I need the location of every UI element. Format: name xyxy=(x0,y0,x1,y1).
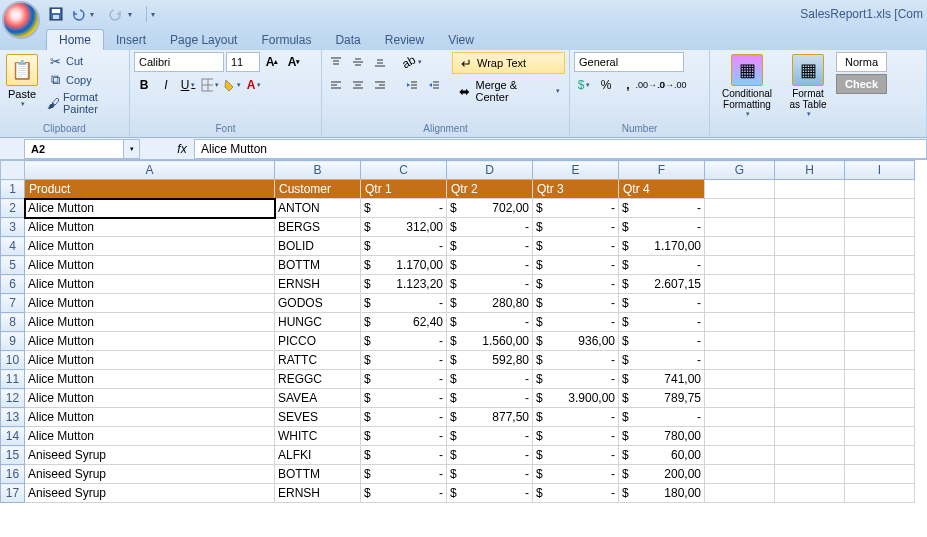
cell-C5[interactable]: $1.170,00 xyxy=(361,256,447,275)
row-header-5[interactable]: 5 xyxy=(1,256,25,275)
cell-A17[interactable]: Aniseed Syrup xyxy=(25,484,275,503)
cell-C16[interactable]: $- xyxy=(361,465,447,484)
cell-A6[interactable]: Alice Mutton xyxy=(25,275,275,294)
cell-C13[interactable]: $- xyxy=(361,408,447,427)
cell-B1[interactable]: Customer xyxy=(275,180,361,199)
cell-C6[interactable]: $1.123,20 xyxy=(361,275,447,294)
cell-B6[interactable]: ERNSH xyxy=(275,275,361,294)
cell-F14[interactable]: $780,00 xyxy=(619,427,705,446)
undo-icon[interactable] xyxy=(68,4,88,24)
cell-C4[interactable]: $- xyxy=(361,237,447,256)
undo-dropdown[interactable]: ▾ xyxy=(90,10,104,19)
cell-B8[interactable]: HUNGC xyxy=(275,313,361,332)
cell-H3[interactable] xyxy=(775,218,845,237)
cell-F16[interactable]: $200,00 xyxy=(619,465,705,484)
select-all-corner[interactable] xyxy=(1,161,25,180)
column-header-G[interactable]: G xyxy=(705,161,775,180)
cell-F13[interactable]: $- xyxy=(619,408,705,427)
cell-style-normal[interactable]: Norma xyxy=(836,52,887,72)
redo-icon[interactable] xyxy=(106,4,126,24)
cell-I5[interactable] xyxy=(845,256,915,275)
cell-H5[interactable] xyxy=(775,256,845,275)
cell-H4[interactable] xyxy=(775,237,845,256)
wrap-text-button[interactable]: ↵Wrap Text xyxy=(452,52,565,74)
cell-H15[interactable] xyxy=(775,446,845,465)
cell-I6[interactable] xyxy=(845,275,915,294)
cell-H6[interactable] xyxy=(775,275,845,294)
cell-B2[interactable]: ANTON xyxy=(275,199,361,218)
font-color-button[interactable]: A▾ xyxy=(244,75,264,95)
cell-F5[interactable]: $- xyxy=(619,256,705,275)
cell-H1[interactable] xyxy=(775,180,845,199)
row-header-1[interactable]: 1 xyxy=(1,180,25,199)
cell-G2[interactable] xyxy=(705,199,775,218)
cell-F2[interactable]: $- xyxy=(619,199,705,218)
cell-B9[interactable]: PICCO xyxy=(275,332,361,351)
cell-F11[interactable]: $741,00 xyxy=(619,370,705,389)
cell-A4[interactable]: Alice Mutton xyxy=(25,237,275,256)
name-box-dropdown[interactable]: ▾ xyxy=(124,139,140,159)
cell-B3[interactable]: BERGS xyxy=(275,218,361,237)
bold-button[interactable]: B xyxy=(134,75,154,95)
tab-review[interactable]: Review xyxy=(373,30,436,50)
row-header-4[interactable]: 4 xyxy=(1,237,25,256)
cell-E14[interactable]: $- xyxy=(533,427,619,446)
cell-F12[interactable]: $789,75 xyxy=(619,389,705,408)
column-header-B[interactable]: B xyxy=(275,161,361,180)
cell-B11[interactable]: REGGC xyxy=(275,370,361,389)
cell-G11[interactable] xyxy=(705,370,775,389)
cell-C3[interactable]: $312,00 xyxy=(361,218,447,237)
cell-E10[interactable]: $- xyxy=(533,351,619,370)
column-header-C[interactable]: C xyxy=(361,161,447,180)
cell-I1[interactable] xyxy=(845,180,915,199)
row-header-14[interactable]: 14 xyxy=(1,427,25,446)
cell-G15[interactable] xyxy=(705,446,775,465)
format-painter-button[interactable]: 🖌Format Painter xyxy=(44,90,125,116)
cell-A15[interactable]: Aniseed Syrup xyxy=(25,446,275,465)
cell-D9[interactable]: $1.560,00 xyxy=(447,332,533,351)
cell-B4[interactable]: BOLID xyxy=(275,237,361,256)
cell-F6[interactable]: $2.607,15 xyxy=(619,275,705,294)
format-as-table-button[interactable]: ▦ Format as Table▾ xyxy=(784,52,832,120)
cell-E5[interactable]: $- xyxy=(533,256,619,275)
cell-A11[interactable]: Alice Mutton xyxy=(25,370,275,389)
row-header-6[interactable]: 6 xyxy=(1,275,25,294)
cell-I13[interactable] xyxy=(845,408,915,427)
cell-A9[interactable]: Alice Mutton xyxy=(25,332,275,351)
cell-F9[interactable]: $- xyxy=(619,332,705,351)
tab-insert[interactable]: Insert xyxy=(104,30,158,50)
tab-home[interactable]: Home xyxy=(46,29,104,50)
align-middle-button[interactable] xyxy=(348,52,368,72)
cell-I10[interactable] xyxy=(845,351,915,370)
cell-B15[interactable]: ALFKI xyxy=(275,446,361,465)
decrease-decimal-button[interactable]: .0→.00 xyxy=(662,75,682,95)
cell-H14[interactable] xyxy=(775,427,845,446)
cell-F8[interactable]: $- xyxy=(619,313,705,332)
cell-C14[interactable]: $- xyxy=(361,427,447,446)
cell-B10[interactable]: RATTC xyxy=(275,351,361,370)
cell-E16[interactable]: $- xyxy=(533,465,619,484)
cell-F4[interactable]: $1.170,00 xyxy=(619,237,705,256)
formula-input[interactable] xyxy=(194,139,927,159)
underline-button[interactable]: U▾ xyxy=(178,75,198,95)
spreadsheet-grid[interactable]: ABCDEFGHI1ProductCustomerQtr 1Qtr 2Qtr 3… xyxy=(0,160,927,503)
borders-button[interactable]: ▾ xyxy=(200,75,220,95)
cell-G3[interactable] xyxy=(705,218,775,237)
cell-G6[interactable] xyxy=(705,275,775,294)
shrink-font-button[interactable]: A▾ xyxy=(284,52,304,72)
column-header-A[interactable]: A xyxy=(25,161,275,180)
cell-F15[interactable]: $60,00 xyxy=(619,446,705,465)
fill-color-button[interactable]: ▾ xyxy=(222,75,242,95)
cell-H10[interactable] xyxy=(775,351,845,370)
cell-C12[interactable]: $- xyxy=(361,389,447,408)
align-left-button[interactable] xyxy=(326,75,346,95)
cell-A7[interactable]: Alice Mutton xyxy=(25,294,275,313)
cell-F1[interactable]: Qtr 4 xyxy=(619,180,705,199)
row-header-3[interactable]: 3 xyxy=(1,218,25,237)
cell-B12[interactable]: SAVEA xyxy=(275,389,361,408)
tab-data[interactable]: Data xyxy=(323,30,372,50)
row-header-11[interactable]: 11 xyxy=(1,370,25,389)
cell-B7[interactable]: GODOS xyxy=(275,294,361,313)
cell-G14[interactable] xyxy=(705,427,775,446)
fx-icon[interactable]: fx xyxy=(170,142,194,156)
